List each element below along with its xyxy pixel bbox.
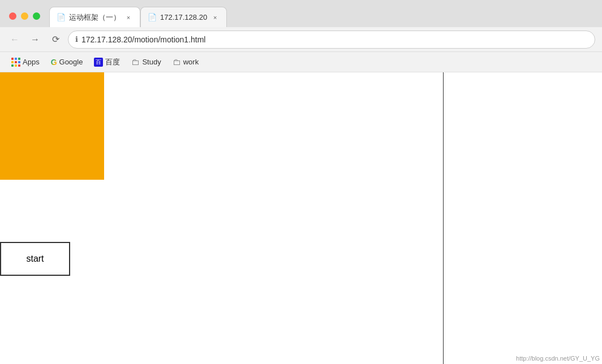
work-folder-icon: 🗀: [173, 57, 181, 67]
page-content: start http://blog.csdn.net/GY_U_YG: [0, 72, 602, 364]
tabs-row: 📄 运动框架（一） × 📄 172.17.128.20 ×: [49, 5, 602, 27]
tab-favicon-motion: 📄: [57, 13, 66, 22]
baidu-label: 百度: [105, 57, 120, 67]
watermark: http://blog.csdn.net/GY_U_YG: [516, 355, 600, 362]
refresh-button[interactable]: ⟳: [48, 32, 63, 47]
back-button[interactable]: ←: [7, 32, 23, 47]
bookmark-baidu[interactable]: 百 百度: [89, 55, 124, 70]
apps-icon: [11, 58, 20, 67]
nav-bar: ← → ⟳ ℹ: [0, 27, 602, 52]
minimize-button[interactable]: [21, 12, 28, 20]
tab-title-motion: 运动框架（一）: [69, 12, 121, 23]
tab-ip[interactable]: 📄 172.17.128.20 ×: [140, 7, 227, 27]
start-button[interactable]: start: [0, 242, 70, 276]
tab-favicon-ip: 📄: [148, 13, 157, 22]
bookmark-work[interactable]: 🗀 work: [168, 55, 203, 69]
browser-chrome: 📄 运动框架（一） × 📄 172.17.128.20 × ← → ⟳ ℹ: [0, 0, 602, 72]
tab-motion[interactable]: 📄 运动框架（一） ×: [49, 7, 140, 27]
page-divider: [443, 72, 444, 364]
study-folder-icon: 🗀: [131, 57, 140, 67]
work-label: work: [183, 58, 199, 66]
tab-close-ip[interactable]: ×: [210, 13, 220, 22]
title-bar: 📄 运动框架（一） × 📄 172.17.128.20 ×: [0, 0, 602, 27]
forward-button[interactable]: →: [27, 32, 43, 47]
maximize-button[interactable]: [33, 12, 40, 20]
bookmark-google[interactable]: G Google: [46, 55, 88, 69]
window-controls: [0, 12, 49, 20]
baidu-icon: 百: [94, 58, 103, 67]
address-input[interactable]: [81, 35, 588, 44]
bookmark-study[interactable]: 🗀 Study: [127, 55, 165, 69]
apps-label: Apps: [23, 58, 40, 66]
tab-title-ip: 172.17.128.20: [160, 13, 207, 21]
info-icon: ℹ: [75, 35, 78, 44]
bookmarks-bar: Apps G Google 百 百度 🗀 Study 🗀 work: [0, 52, 602, 72]
bookmark-apps[interactable]: Apps: [7, 55, 44, 69]
google-icon: G: [51, 58, 57, 67]
study-label: Study: [142, 58, 161, 66]
orange-box: [0, 72, 104, 180]
close-button[interactable]: [9, 12, 16, 20]
tab-close-motion[interactable]: ×: [124, 13, 133, 22]
address-bar[interactable]: ℹ: [68, 31, 595, 49]
google-label: Google: [59, 58, 83, 66]
